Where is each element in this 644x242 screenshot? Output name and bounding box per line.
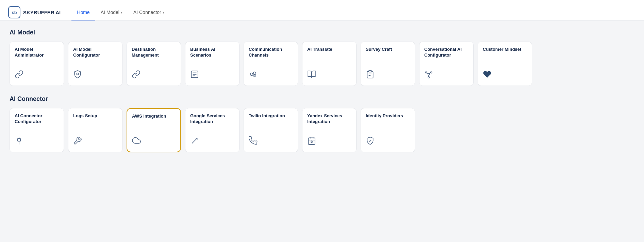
card-business-ai-scenarios[interactable]: Business AI Scenarios [185, 42, 240, 86]
svg-point-14 [430, 72, 432, 73]
shield-check-icon [366, 136, 410, 147]
ai-model-section: AI Model AI Model Administrator AI Model… [10, 29, 634, 86]
main-content: AI Model AI Model Administrator AI Model… [0, 21, 644, 170]
circles-icon [249, 70, 293, 81]
nav-ai-model[interactable]: AI Model ▾ [95, 4, 128, 20]
card-title: AI Model Configurator [73, 47, 117, 58]
svg-line-17 [429, 73, 430, 74]
plug-icon [15, 136, 59, 147]
card-title: Identity Providers [366, 113, 410, 119]
card-ai-model-configurator[interactable]: AI Model Configurator [68, 42, 122, 86]
card-title: Customer Mindset [483, 47, 527, 52]
card-conversational-ai-configurator[interactable]: Conversational AI Configurator [419, 42, 474, 86]
shield-settings-icon [73, 70, 117, 81]
card-twilio[interactable]: Twilio Integration [244, 108, 298, 152]
cloud-icon [132, 136, 176, 147]
card-ai-connector-configurator[interactable]: AI Connector Configurator [10, 108, 64, 152]
wrench-icon [73, 136, 117, 147]
phone-icon [249, 136, 293, 147]
card-title: Survey Craft [366, 47, 410, 52]
card-customer-mindset[interactable]: Customer Mindset [478, 42, 532, 86]
book-icon [307, 70, 351, 81]
card-title: Logs Setup [73, 113, 117, 119]
svg-line-22 [192, 138, 197, 143]
svg-point-6 [250, 73, 253, 76]
svg-point-0 [77, 73, 78, 75]
svg-point-8 [253, 74, 256, 77]
heart-icon [483, 70, 527, 81]
svg-point-13 [425, 72, 427, 73]
ai-connector-section-title: AI Connector [10, 95, 634, 103]
card-aws-integration[interactable]: AWS Integration [127, 108, 181, 152]
ai-model-section-title: AI Model [10, 29, 634, 36]
ai-connector-cards-grid: AI Connector Configurator Logs Setup AWS… [10, 108, 634, 152]
nav-ai-connector[interactable]: AI Connector ▾ [128, 4, 170, 20]
gear-calendar-icon [307, 136, 351, 147]
card-title: AI Translate [307, 47, 351, 52]
card-yandex[interactable]: Yandex Services Integration [302, 108, 357, 152]
ai-connector-section: AI Connector AI Connector Configurator L… [10, 95, 634, 152]
logo-text: SKYBUFFER AI [23, 10, 61, 15]
logo[interactable]: sb SKYBUFFER AI [8, 6, 61, 18]
card-title: AI Model Administrator [15, 47, 59, 58]
card-title: Google Services Integration [190, 113, 234, 125]
card-destination-management[interactable]: Destination Management [127, 42, 181, 86]
card-title: Yandex Services Integration [307, 113, 351, 125]
card-identity-providers[interactable]: Identity Providers [361, 108, 415, 152]
card-title: Twilio Integration [249, 113, 293, 119]
logo-icon: sb [8, 6, 20, 18]
card-title: Destination Management [132, 47, 176, 58]
card-ai-model-administrator[interactable]: AI Model Administrator [10, 42, 64, 86]
chevron-down-icon: ▾ [121, 11, 122, 14]
clipboard-icon [366, 70, 410, 81]
nav-home[interactable]: Home [71, 4, 95, 20]
card-title: Business AI Scenarios [190, 47, 234, 58]
card-title: Communication Channels [249, 47, 293, 58]
chevron-down-icon: ▾ [163, 11, 164, 14]
link-icon [15, 70, 59, 81]
list-icon [190, 70, 234, 81]
card-ai-translate[interactable]: AI Translate [302, 42, 357, 86]
nodes-icon [424, 70, 468, 81]
card-logs-setup[interactable]: Logs Setup [68, 108, 122, 152]
link-diagonal-icon [132, 70, 176, 81]
svg-rect-9 [369, 71, 372, 72]
card-survey-craft[interactable]: Survey Craft [361, 42, 415, 86]
card-title: Conversational AI Configurator [424, 47, 468, 58]
card-google-services[interactable]: Google Services Integration [185, 108, 240, 152]
ai-model-cards-grid: AI Model Administrator AI Model Configur… [10, 42, 634, 86]
card-title: AWS Integration [132, 114, 176, 119]
card-title: AI Connector Configurator [15, 113, 59, 125]
pen-icon [190, 136, 234, 147]
svg-point-15 [428, 77, 429, 78]
nav: Home AI Model ▾ AI Connector ▾ [71, 4, 169, 20]
svg-line-16 [427, 73, 428, 74]
card-communication-channels[interactable]: Communication Channels [244, 42, 298, 86]
svg-point-27 [311, 141, 312, 142]
header: sb SKYBUFFER AI Home AI Model ▾ AI Conne… [0, 0, 644, 21]
